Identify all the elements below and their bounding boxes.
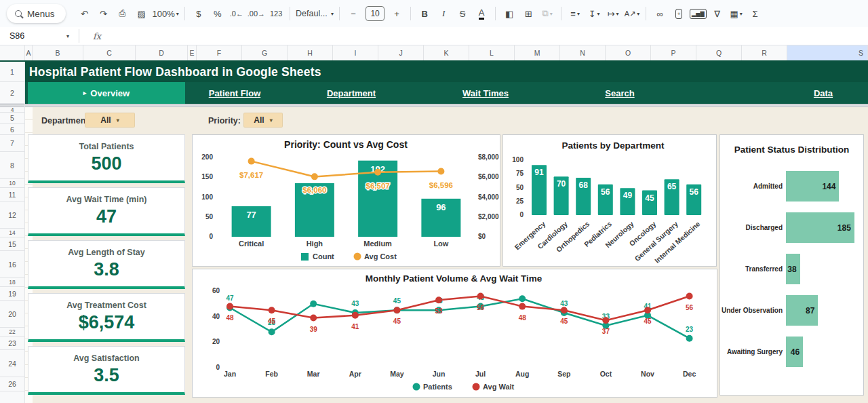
column-header-I[interactable]: I xyxy=(333,45,378,60)
patients-by-department-chart[interactable]: Patients by Department025507510091Emerge… xyxy=(502,134,717,267)
vertical-align-button[interactable]: ↧▾ xyxy=(586,5,602,22)
column-header-J[interactable]: J xyxy=(378,45,424,60)
text-rotation-button[interactable]: A↗▾ xyxy=(624,5,640,22)
divider xyxy=(495,7,496,20)
bold-button[interactable]: B xyxy=(416,5,433,22)
row-header-11[interactable]: 11 xyxy=(0,188,24,202)
priority-count-vs-avg-cost-chart[interactable]: Priority: Count vs Avg Cost050100150200$… xyxy=(192,134,500,267)
column-header-M[interactable]: M xyxy=(515,45,560,60)
column-header-R[interactable]: R xyxy=(742,45,787,60)
column-header-D[interactable]: D xyxy=(136,45,188,60)
svg-text:200: 200 xyxy=(201,153,213,161)
increase-decimals-button[interactable]: .00→ xyxy=(248,5,265,22)
italic-button[interactable]: I xyxy=(435,5,452,22)
paint-format-button[interactable]: ▨ xyxy=(134,5,150,22)
column-header-A[interactable]: A xyxy=(25,45,33,60)
increase-font-size-button[interactable]: + xyxy=(389,5,405,22)
row-header-4[interactable]: 4 xyxy=(0,107,24,113)
merge-cells-button[interactable]: ⧉▾ xyxy=(539,5,555,22)
column-header-O[interactable]: O xyxy=(606,45,651,60)
formula-bar: S86 ▾ fx xyxy=(0,27,868,45)
print-button[interactable]: ⎙ xyxy=(115,5,131,22)
decrease-decimals-button[interactable]: .0← xyxy=(229,5,245,22)
font-size-input[interactable]: 10 xyxy=(366,6,384,21)
text-wrap-button[interactable]: ↦▾ xyxy=(605,5,621,22)
row-header-8[interactable]: 8 xyxy=(0,152,24,179)
undo-button[interactable]: ↶ xyxy=(77,5,93,22)
row-header-12[interactable]: 12 xyxy=(0,202,24,229)
insert-chart-button[interactable]: ▂▅▇ xyxy=(690,5,706,22)
svg-text:96: 96 xyxy=(436,202,446,212)
redo-button[interactable]: ↷ xyxy=(96,5,112,22)
tab-department[interactable]: Department xyxy=(327,82,376,104)
row-header-20[interactable]: 20 xyxy=(0,301,24,328)
row-header-16[interactable]: 16 xyxy=(0,251,24,278)
priority-filter-dropdown[interactable]: All▾ xyxy=(243,113,283,128)
row-header-1[interactable]: 1 xyxy=(0,62,24,82)
row-header-5[interactable]: 5 xyxy=(0,113,24,124)
column-header-Q[interactable]: Q xyxy=(696,45,742,60)
monthly-volume-wait-chart[interactable]: Monthly Patient Volume & Avg Wait Time02… xyxy=(192,269,717,398)
fill-color-button[interactable]: ◧ xyxy=(501,5,517,22)
divider xyxy=(646,7,646,20)
row-header-15[interactable]: 15 xyxy=(0,237,24,251)
svg-text:56: 56 xyxy=(601,187,610,197)
tab-patient-flow[interactable]: Patient Flow xyxy=(209,82,261,104)
data-point xyxy=(561,307,568,313)
tab-data[interactable]: Data xyxy=(814,82,833,104)
svg-text:$0: $0 xyxy=(478,233,486,240)
row-header-10[interactable]: 10 xyxy=(0,179,24,188)
row-header-14[interactable]: 14 xyxy=(0,229,24,237)
sheet-main: Hospital Patient Flow Dashboard in Googl… xyxy=(25,62,868,403)
patient-status-distribution-panel[interactable]: Patient Status Distribution Admitted144D… xyxy=(719,134,864,396)
tab-search[interactable]: Search xyxy=(605,82,634,104)
column-header-H[interactable]: H xyxy=(288,45,333,60)
row-header-22[interactable]: 22 xyxy=(0,328,24,337)
svg-text:70: 70 xyxy=(557,179,566,189)
column-header-N[interactable]: N xyxy=(560,45,606,60)
column-header-L[interactable]: L xyxy=(469,45,515,60)
column-header-K[interactable]: K xyxy=(424,45,469,60)
tab-overview[interactable]: ▸Overview xyxy=(28,82,185,104)
column-header-S[interactable]: S xyxy=(787,45,868,60)
text-color-button[interactable]: A xyxy=(473,5,490,22)
row-header-26[interactable]: 26 xyxy=(0,377,24,391)
chart-title: Monthly Patient Volume & Avg Wait Time xyxy=(366,273,542,284)
column-header-P[interactable]: P xyxy=(651,45,696,60)
row-header-19[interactable]: 19 xyxy=(0,287,24,301)
insert-link-button[interactable]: ∞ xyxy=(652,5,668,22)
decrease-font-size-button[interactable]: − xyxy=(345,5,361,22)
column-header-C[interactable]: C xyxy=(83,45,136,60)
horizontal-align-button[interactable]: ≡▾ xyxy=(567,5,583,22)
column-header-B[interactable]: B xyxy=(33,45,83,60)
percent-format-button[interactable]: % xyxy=(210,5,226,22)
font-select[interactable]: Defaul...▾ xyxy=(296,5,334,22)
fx-icon[interactable]: fx xyxy=(93,31,101,41)
create-filter-button[interactable]: ∇ xyxy=(709,5,726,22)
table-views-button[interactable]: ▦▾ xyxy=(728,5,745,22)
column-header-G[interactable]: G xyxy=(242,45,288,60)
kpi-card-avg-length-of-stay: Avg Length of Stay3.8 xyxy=(28,240,185,289)
svg-text:75: 75 xyxy=(516,170,524,177)
column-header-F[interactable]: F xyxy=(197,45,242,60)
select-all-corner[interactable] xyxy=(0,45,25,60)
functions-button[interactable]: Σ xyxy=(747,5,764,22)
legend-avg-cost-swatch xyxy=(354,253,361,261)
row-header-23[interactable]: 23 xyxy=(0,337,24,350)
strikethrough-button[interactable]: S xyxy=(454,5,471,22)
department-filter-dropdown[interactable]: All▾ xyxy=(85,113,135,128)
column-header-E[interactable]: E xyxy=(188,45,197,60)
menus-button[interactable]: Menus xyxy=(7,4,66,23)
currency-format-button[interactable]: $ xyxy=(191,5,207,22)
more-formats-button[interactable]: 123 xyxy=(268,5,284,22)
tab-wait-times[interactable]: Wait Times xyxy=(462,82,509,104)
borders-button[interactable]: ⊞ xyxy=(520,5,536,22)
row-header-18[interactable]: 18 xyxy=(0,278,24,287)
name-box[interactable]: S86 ▾ xyxy=(0,31,75,41)
zoom-select[interactable]: 100%▾ xyxy=(153,5,179,22)
row-header-6[interactable]: 6 xyxy=(0,124,24,135)
row-header-24[interactable]: 24 xyxy=(0,350,24,377)
row-header-7[interactable]: 7 xyxy=(0,135,24,152)
row-header-2[interactable]: 2 xyxy=(0,82,24,104)
insert-comment-button[interactable]: + xyxy=(671,5,687,22)
